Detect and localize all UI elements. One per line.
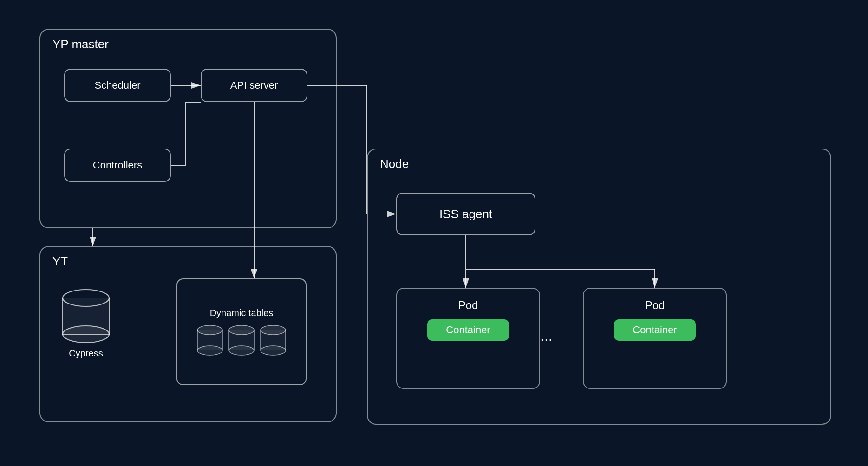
cypress-label: Cypress xyxy=(69,348,103,359)
yt-label: YT xyxy=(39,246,81,269)
api-server-box: API server xyxy=(201,69,307,102)
api-server-label: API server xyxy=(230,79,278,91)
pod1-label: Pod xyxy=(458,299,478,312)
pod-box-2: Pod Container xyxy=(583,288,727,389)
diagram-container: YP master Scheduler Controllers API serv… xyxy=(0,0,868,466)
scheduler-label: Scheduler xyxy=(94,79,140,91)
dynamic-table-cylinder-2 xyxy=(228,324,255,356)
iss-agent-label: ISS agent xyxy=(439,207,492,221)
controllers-label: Controllers xyxy=(93,159,142,171)
controllers-box: Controllers xyxy=(64,149,171,182)
svg-point-8 xyxy=(197,346,222,355)
cypress-cylinder-icon xyxy=(60,288,111,343)
svg-point-18 xyxy=(261,346,286,355)
pod1-container-badge: Container xyxy=(427,319,509,341)
pod2-container-badge: Container xyxy=(614,319,695,341)
scheduler-box: Scheduler xyxy=(64,69,171,102)
cylinders-row xyxy=(196,324,287,356)
pod-box-1: Pod Container xyxy=(396,288,540,389)
dynamic-tables-box: Dynamic tables xyxy=(176,278,307,385)
dynamic-table-cylinder-1 xyxy=(196,324,224,356)
yp-master-box xyxy=(39,29,337,228)
dynamic-tables-label: Dynamic tables xyxy=(210,308,274,318)
dynamic-table-cylinder-3 xyxy=(259,324,287,356)
pod2-label: Pod xyxy=(645,299,665,312)
node-label: Node xyxy=(367,149,422,171)
yp-master-label: YP master xyxy=(39,29,122,52)
svg-rect-3 xyxy=(63,298,109,334)
cypress-container: Cypress xyxy=(60,288,111,359)
ellipsis: ... xyxy=(540,327,553,344)
svg-point-13 xyxy=(229,346,254,355)
iss-agent-box: ISS agent xyxy=(396,193,535,235)
